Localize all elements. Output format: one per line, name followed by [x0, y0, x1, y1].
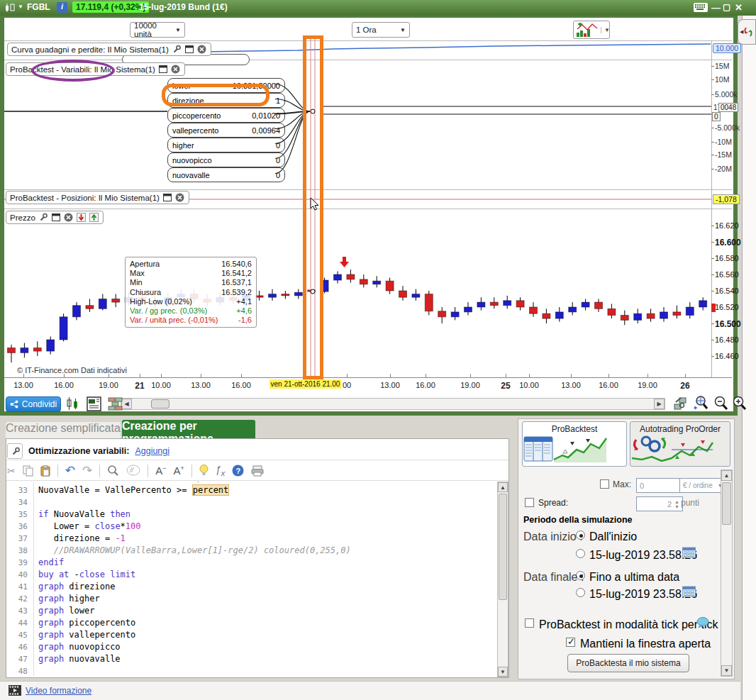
spread-checkbox[interactable]: [525, 498, 534, 507]
function-icon[interactable]: ƒx: [216, 464, 226, 477]
help-icon[interactable]: ?: [232, 465, 244, 477]
ohlc-tooltip: Apertura16.540,6Max16.541,2Min16.537,1Ch…: [125, 257, 257, 328]
x-axis-tick: 13.00: [380, 381, 400, 389]
collapsed-panel-tab[interactable]: ◀: [738, 19, 756, 45]
units-dropdown[interactable]: 10000 unità▼: [130, 22, 185, 38]
window-icon[interactable]: [51, 213, 61, 223]
scroll-right-button[interactable]: ▶: [654, 399, 665, 409]
positions-panel-header[interactable]: ProBacktest - Posizioni: Il Mio Sistema(…: [6, 191, 189, 204]
calendar-icon[interactable]: [682, 585, 696, 597]
chart-options-button[interactable]: ▼: [573, 21, 610, 39]
wrench-icon[interactable]: [38, 213, 48, 223]
window-icon[interactable]: [158, 65, 168, 74]
positions-axis-value: -1,078: [713, 194, 740, 204]
print-icon[interactable]: [251, 465, 264, 477]
max-input[interactable]: 0: [636, 478, 683, 493]
wrench-icon[interactable]: [7, 443, 23, 459]
price-panel-header[interactable]: Prezzo: [6, 211, 104, 224]
candles-tool-icon[interactable]: [65, 396, 82, 413]
autotrading-tab[interactable]: Autotrading ProOrder: [630, 421, 730, 467]
scroll-thumb[interactable]: [722, 482, 731, 525]
font-larger-icon[interactable]: A+: [174, 465, 184, 477]
annotation-variabili-ellipse: [31, 60, 115, 82]
variable-value: 0,00964: [252, 126, 280, 135]
x-tickmark: [470, 374, 471, 377]
zoom-in-icon[interactable]: [730, 395, 747, 412]
calendar-icon[interactable]: [682, 546, 696, 558]
keyboard-icon[interactable]: [694, 3, 708, 12]
buy-arrow-icon[interactable]: [89, 213, 99, 223]
tooltip-row: Var. / unità prec. (-0,01%)-1,6: [130, 316, 252, 325]
probacktest-tab[interactable]: ProBacktest: [522, 421, 627, 467]
zoom-fit-icon[interactable]: [692, 395, 709, 412]
scroll-down-button[interactable]: ▼: [498, 667, 508, 677]
bricks-icon[interactable]: [108, 396, 123, 411]
report-icon[interactable]: [87, 396, 101, 411]
copy-icon[interactable]: [23, 465, 33, 477]
scroll-up-button[interactable]: ▲: [498, 482, 508, 492]
close-button[interactable]: ✕: [735, 2, 743, 13]
speech-bubble-icon[interactable]: [696, 617, 709, 628]
scroll-thumb[interactable]: [499, 494, 507, 600]
spread-stepper[interactable]: 2▲▼: [636, 496, 683, 511]
variables-axis-tick: -20M: [715, 165, 732, 173]
share-icon: [10, 400, 18, 409]
tab-programming-creation[interactable]: Creazione per programmazione: [122, 420, 255, 438]
start-date-radio[interactable]: [576, 549, 585, 558]
close-icon[interactable]: [64, 213, 74, 223]
chart-settings-icon[interactable]: [672, 396, 688, 411]
zoom-out-icon[interactable]: [712, 395, 729, 412]
close-icon[interactable]: [171, 65, 181, 74]
start-date-value: 15-lug-2019 23.58.26: [589, 549, 697, 562]
chart-hscrollbar[interactable]: ◀ ▶: [121, 398, 665, 410]
font-smaller-icon[interactable]: A−: [155, 465, 166, 477]
instrument-dropdown-icon[interactable]: ▼: [18, 4, 23, 10]
variable-row-nuovopicco: nuovopicco0: [167, 152, 285, 167]
comment-icon[interactable]: //: [126, 465, 140, 477]
cut-icon[interactable]: ✂: [7, 465, 16, 477]
sell-arrow-icon[interactable]: [77, 213, 87, 223]
x-axis-tick: 10.00: [519, 381, 539, 389]
add-variable-link[interactable]: Aggiungi: [135, 446, 169, 456]
tick-mode-checkbox[interactable]: [525, 618, 534, 628]
scroll-down-button[interactable]: ▼: [721, 665, 732, 676]
scroll-thumb[interactable]: [151, 399, 169, 409]
code-vscrollbar[interactable]: ▲ ▼: [497, 482, 508, 677]
price-axis-tick: 16.480: [715, 335, 739, 344]
x-tickmark: [241, 374, 242, 377]
undo-icon[interactable]: ↶: [65, 463, 75, 478]
timeframe-dropdown[interactable]: 1 Ora▼: [352, 22, 410, 38]
per-order-dropdown[interactable]: € / ordine▼: [679, 478, 726, 493]
code-editor[interactable]: 32VallePercento = (close - Lower)/Lower3…: [6, 482, 497, 676]
close-icon[interactable]: [197, 45, 207, 55]
search-icon[interactable]: [107, 465, 119, 477]
end-date-radio[interactable]: [576, 588, 585, 597]
max-checkbox[interactable]: [600, 479, 609, 489]
run-backtest-button[interactable]: ProBacktesta il mio sistema: [567, 654, 689, 672]
backtest-vscrollbar[interactable]: ▲ ▼: [721, 470, 733, 677]
chevron-down-icon: ▼: [400, 27, 406, 33]
paste-icon[interactable]: [40, 465, 50, 477]
window-icon[interactable]: [184, 45, 194, 55]
variables-axis-tick: -10M: [715, 138, 732, 146]
axis-tickmark: [711, 94, 714, 95]
info-icon[interactable]: i: [57, 2, 67, 13]
redo-icon[interactable]: ↷: [82, 463, 92, 478]
close-icon[interactable]: [175, 193, 185, 203]
variables-axis-tick: 10M: [715, 75, 729, 84]
x-tickmark: [608, 374, 609, 377]
scroll-up-button[interactable]: ▲: [721, 470, 732, 481]
video-training-link[interactable]: Video formazione: [26, 686, 91, 696]
hint-bulb-icon[interactable]: [199, 465, 209, 477]
wrench-icon[interactable]: [172, 45, 182, 55]
watermark: © IT-Finance.com Dati indicativi: [17, 366, 127, 374]
equity-panel-header[interactable]: Curva guadagni e perdite: Il Mio Sistema…: [7, 43, 211, 56]
keep-open-checkbox[interactable]: [566, 638, 575, 647]
share-button[interactable]: Condividi: [6, 396, 61, 412]
sync-icon: [743, 25, 753, 39]
tab-simple-creation[interactable]: Creazione semplificata: [6, 422, 121, 438]
window-icon[interactable]: [162, 193, 172, 203]
video-icon: [9, 685, 21, 696]
maximize-button[interactable]: ▢: [723, 2, 730, 12]
minimize-button[interactable]: —: [711, 2, 721, 13]
